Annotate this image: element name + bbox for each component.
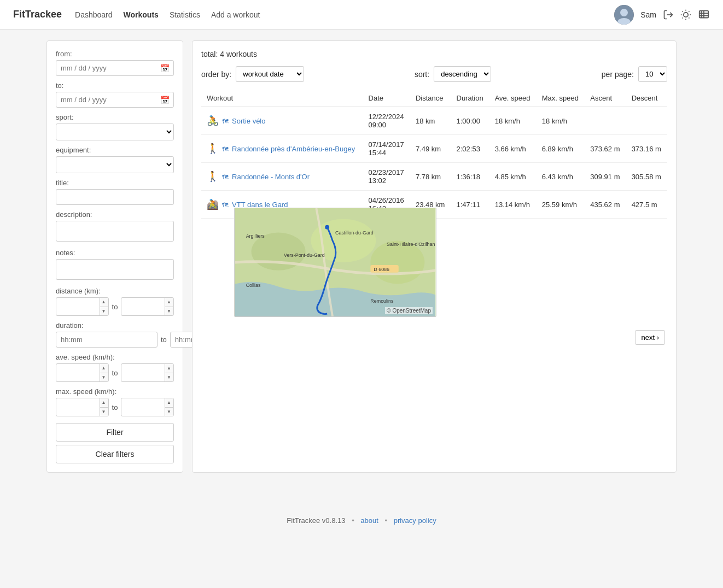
nav-statistics[interactable]: Statistics [170, 10, 200, 19]
distance-max-field[interactable] [121, 300, 165, 314]
from-date-input[interactable] [56, 60, 174, 76]
ave-speed-min-spinners: ▲ ▼ [100, 364, 108, 381]
distance-min-up[interactable]: ▲ [100, 298, 108, 307]
per-page-label: per page: [602, 70, 634, 79]
col-descent: Descent [626, 90, 667, 107]
to-date-input[interactable] [56, 92, 174, 108]
svg-point-1 [620, 9, 628, 16]
workout-cell-0: 🚴🗺 Sortie vélo [201, 107, 363, 135]
nav-workouts[interactable]: Workouts [124, 10, 159, 19]
table-header: Workout Date Distance Duration Ave. spee… [201, 90, 667, 107]
svg-text:Castillon-du-Gard: Castillon-du-Gard [335, 230, 374, 236]
nav-username: Sam [640, 10, 656, 19]
sport-icon-3: 🚵 [207, 198, 219, 210]
svg-line-8 [689, 17, 689, 18]
ave-speed-max-down[interactable]: ▼ [165, 373, 173, 382]
footer-version: v0.8.13 [322, 516, 346, 525]
descent-cell-1: 373.16 m [626, 135, 667, 163]
avatar [614, 5, 634, 25]
description-input[interactable] [56, 221, 174, 242]
workout-link-1[interactable]: 🗺 Randonnée près d'Ambérieu-en-Bugey [222, 145, 355, 153]
duration-label: duration: [56, 321, 174, 330]
max-speed-min-up[interactable]: ▲ [100, 398, 108, 408]
nav-add-workout[interactable]: Add a workout [211, 10, 260, 19]
ave-speed-min-field[interactable] [56, 366, 100, 380]
distance-min-spinners: ▲ ▼ [100, 298, 108, 315]
duration-min-input[interactable] [56, 332, 158, 348]
footer-about-link[interactable]: about [360, 516, 378, 525]
filter-button[interactable]: Filter [56, 423, 174, 442]
order-by-select[interactable]: workout date distance duration average s… [236, 66, 304, 82]
ave-speed-max-field[interactable] [121, 366, 165, 380]
per-page-select[interactable]: 10 20 50 [638, 66, 667, 82]
logout-button[interactable] [663, 9, 674, 20]
sort-select[interactable]: descending ascending [434, 66, 491, 82]
ave-speed-min-down[interactable]: ▼ [100, 373, 108, 382]
svg-line-12 [689, 11, 689, 11]
notes-input[interactable] [56, 259, 174, 280]
col-ave-speed: Ave. speed [489, 90, 537, 107]
sport-label: sport: [56, 113, 174, 121]
svg-line-11 [683, 17, 683, 18]
max-speed-min-field[interactable] [56, 401, 100, 414]
duration-range-to: to [161, 336, 167, 344]
ave-speed-min-up[interactable]: ▲ [100, 364, 108, 373]
table-row: 🚶🗺 Randonnée près d'Ambérieu-en-Bugey07/… [201, 135, 667, 163]
max-speed-max-down[interactable]: ▼ [165, 408, 173, 416]
title-input[interactable] [56, 189, 174, 205]
notes-label: notes: [56, 249, 174, 257]
sport-select[interactable] [56, 124, 174, 140]
distance-cell-2: 7.78 km [410, 163, 451, 191]
distance-cell-0: 18 km [410, 107, 451, 135]
workouts-header: total: 4 workouts [201, 50, 667, 58]
ave-speed-min-input: ▲ ▼ [56, 363, 109, 382]
ave_speed-cell-1: 3.66 km/h [489, 135, 537, 163]
ave-speed-range-row: ▲ ▼ to ▲ ▼ [56, 363, 174, 382]
max-speed-max-field[interactable] [121, 401, 165, 414]
svg-line-7 [683, 11, 683, 11]
workout-link-2[interactable]: 🗺 Randonnée - Monts d'Or [222, 173, 310, 181]
duration-cell-1: 2:02:53 [451, 135, 489, 163]
next-page-button[interactable]: next › [635, 330, 665, 345]
distance-max-spinners: ▲ ▼ [165, 298, 173, 315]
svg-point-4 [684, 12, 688, 16]
workouts-content: total: 4 workouts order by: workout date… [192, 40, 677, 473]
distance-min-down[interactable]: ▼ [100, 307, 108, 316]
language-button[interactable] [698, 9, 710, 21]
footer-brand: FitTrackee [287, 516, 320, 525]
navbar: FitTrackee Dashboard Workouts Statistics… [0, 0, 723, 30]
svg-text:Vers-Pont-du-Gard: Vers-Pont-du-Gard [284, 252, 325, 258]
equipment-select[interactable] [56, 156, 174, 173]
nav-dashboard[interactable]: Dashboard [75, 10, 113, 19]
date-cell-0: 12/22/2024 09:00 [363, 107, 410, 135]
ave-speed-max-spinners: ▲ ▼ [165, 364, 173, 381]
sport-icon-1: 🚶 [207, 143, 219, 155]
footer-privacy-link[interactable]: privacy policy [394, 516, 436, 525]
distance-min-field[interactable] [56, 300, 100, 314]
col-date: Date [363, 90, 410, 107]
ave-speed-max-up[interactable]: ▲ [165, 364, 173, 373]
distance-min-input: ▲ ▼ [56, 297, 109, 316]
max-speed-max-up[interactable]: ▲ [165, 398, 173, 408]
max-speed-min-spinners: ▲ ▼ [100, 398, 108, 416]
distance-max-input: ▲ ▼ [121, 297, 174, 316]
clear-filters-button[interactable]: Clear filters [56, 445, 174, 463]
duration-range-row: to [56, 332, 174, 348]
brand-logo: FitTrackee [13, 9, 62, 20]
svg-text:Remoulins: Remoulins [370, 298, 394, 304]
workout-link-0[interactable]: 🗺 Sortie vélo [222, 117, 265, 125]
date-cell-2: 02/23/2017 13:02 [363, 163, 410, 191]
max-speed-min-down[interactable]: ▼ [100, 408, 108, 416]
max-speed-range-row: ▲ ▼ to ▲ ▼ [56, 398, 174, 416]
max-speed-range-to: to [112, 403, 118, 411]
max-speed-max-input: ▲ ▼ [121, 398, 174, 416]
ave-speed-label: ave. speed (km/h): [56, 353, 174, 361]
ave_speed-cell-0: 18 km/h [489, 107, 537, 135]
sport-icon-0: 🚴 [207, 115, 219, 127]
theme-toggle-button[interactable] [680, 9, 691, 20]
svg-text:Argilliers: Argilliers [246, 233, 265, 239]
distance-max-down[interactable]: ▼ [165, 307, 173, 316]
ascent-cell-2: 309.91 m [585, 163, 626, 191]
total-workouts-label: total: 4 workouts [201, 50, 257, 58]
distance-max-up[interactable]: ▲ [165, 298, 173, 307]
